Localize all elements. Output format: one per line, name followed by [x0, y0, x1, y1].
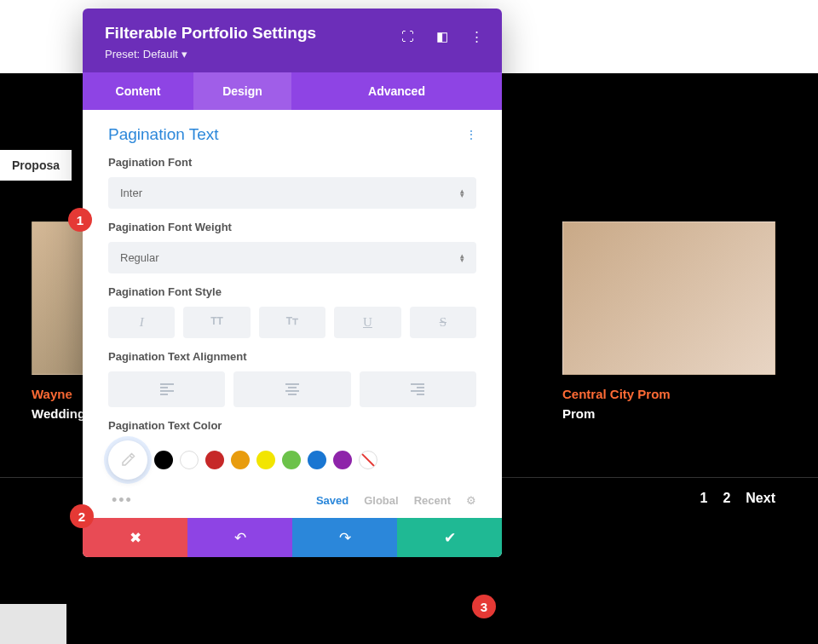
strikethrough-button[interactable]: S [410, 307, 476, 338]
close-icon: ✖ [130, 529, 141, 547]
check-icon: ✔ [444, 529, 456, 547]
palette-saved-tab[interactable]: Saved [316, 494, 349, 507]
color-swatches [108, 440, 476, 480]
gear-icon[interactable]: ⚙ [466, 494, 476, 507]
eyedropper-icon [120, 452, 135, 468]
redo-icon: ↷ [339, 529, 351, 547]
palette-recent-tab[interactable]: Recent [414, 494, 451, 507]
tab-advanced[interactable]: Advanced [291, 72, 502, 110]
swatch-orange[interactable] [231, 451, 250, 469]
page-1-link[interactable]: 1 [700, 491, 708, 506]
annotation-badge-2: 2 [70, 504, 94, 528]
portfolio-item-right[interactable]: Central City Prom Prom [562, 221, 775, 421]
page-2-link[interactable]: 2 [723, 491, 730, 506]
style-label: Pagination Font Style [108, 285, 476, 298]
chevron-down-icon: ▾ [181, 48, 187, 60]
portfolio-thumbnail [562, 221, 775, 375]
undo-button[interactable]: ↶ [187, 518, 292, 557]
italic-button[interactable]: I [108, 307, 175, 338]
modal-actions: ✖ ↶ ↷ ✔ [83, 518, 502, 557]
swatch-red[interactable] [205, 451, 224, 469]
underline-button[interactable]: U [334, 307, 400, 338]
swatch-purple[interactable] [333, 451, 352, 469]
color-label: Pagination Text Color [108, 419, 476, 432]
kebab-icon[interactable]: ⋮ [466, 129, 476, 141]
align-label: Pagination Text Alignment [108, 350, 476, 363]
font-select[interactable]: Inter ▴▾ [108, 177, 476, 209]
font-style-row: I TT Tᴛ U S [108, 307, 476, 338]
select-arrows-icon: ▴▾ [460, 189, 464, 198]
tab-content[interactable]: Content [83, 72, 193, 110]
font-label: Pagination Font [108, 156, 476, 169]
swatch-green[interactable] [282, 451, 301, 469]
eyedropper-button[interactable] [108, 440, 147, 480]
annotation-badge-3: 3 [472, 595, 496, 618]
swatch-transparent[interactable] [359, 451, 377, 469]
swatch-yellow[interactable] [256, 451, 275, 469]
align-center-button[interactable] [233, 371, 350, 407]
settings-body: Pagination Text ⋮ Pagination Font Inter … [83, 110, 502, 518]
expand-icon[interactable]: ⛶ [401, 29, 414, 44]
close-button[interactable]: ✖ [83, 518, 187, 557]
tab-design[interactable]: Design [193, 72, 291, 110]
portfolio-category: Prom [562, 406, 775, 421]
section-pagination-text[interactable]: Pagination Text ⋮ [108, 125, 476, 144]
undo-icon: ↶ [234, 529, 246, 547]
columns-icon[interactable]: ◧ [436, 29, 448, 44]
gray-corner [0, 604, 66, 644]
swatch-black[interactable] [154, 451, 173, 469]
swatch-white[interactable] [180, 451, 199, 469]
text-align-row [108, 371, 476, 407]
annotation-badge-1: 1 [68, 208, 92, 232]
uppercase-button[interactable]: TT [183, 307, 250, 338]
pagination: 1 2 Next [700, 491, 776, 506]
select-arrows-icon: ▴▾ [460, 254, 464, 262]
weight-select[interactable]: Regular ▴▾ [108, 242, 476, 273]
preset-dropdown[interactable]: Preset: Default ▾ [105, 48, 480, 60]
modal-header: Filterable Portfolio Settings Preset: De… [83, 9, 502, 72]
page-next-link[interactable]: Next [746, 491, 775, 506]
align-left-button[interactable] [108, 371, 225, 407]
swatch-blue[interactable] [308, 451, 326, 469]
color-palette-tabs: ••• Saved Global Recent ⚙ [112, 492, 476, 509]
align-right-button[interactable] [360, 371, 476, 407]
more-dots-icon[interactable]: ••• [112, 492, 301, 509]
portfolio-title: Central City Prom [562, 387, 775, 401]
filter-tab-proposal[interactable]: Proposa [0, 150, 72, 181]
kebab-icon[interactable]: ⋮ [470, 29, 483, 44]
palette-global-tab[interactable]: Global [364, 494, 398, 507]
weight-label: Pagination Font Weight [108, 221, 476, 233]
settings-tabs: Content Design Advanced [83, 72, 502, 110]
redo-button[interactable]: ↷ [292, 518, 397, 557]
smallcaps-button[interactable]: Tᴛ [259, 307, 325, 338]
settings-modal: Filterable Portfolio Settings Preset: De… [83, 9, 502, 557]
save-button[interactable]: ✔ [397, 518, 502, 557]
